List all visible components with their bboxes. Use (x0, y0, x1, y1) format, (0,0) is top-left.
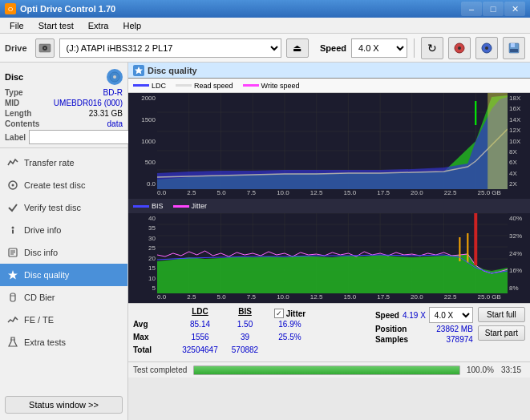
svg-rect-8 (511, 43, 515, 47)
x-25: 25.0 GB (478, 189, 501, 199)
y-top-2000: 2000 (141, 95, 156, 102)
status-label: Test completed (133, 365, 187, 374)
svg-point-13 (12, 184, 14, 187)
top-x-axis: 0.0 2.5 5.0 7.5 10.0 12.5 15.0 17.5 20.0… (128, 189, 530, 199)
panel-title: Disc quality (148, 66, 197, 75)
bis-max: 39 (241, 333, 249, 345)
row-labels-col: Avg Max Total (133, 307, 173, 358)
by-5: 5 (152, 285, 156, 292)
mid-value: UMEBDR016 (000) (54, 99, 123, 107)
start-full-button[interactable]: Start full (478, 307, 525, 322)
progress-track (193, 365, 460, 375)
y-right-2x: 2X (509, 180, 517, 188)
speed-select[interactable]: 4.0 X (429, 307, 473, 323)
panel-icon (133, 65, 144, 76)
start-part-button[interactable]: Start part (478, 325, 525, 341)
create-test-disc-icon (6, 179, 19, 192)
minimize-button[interactable]: – (461, 2, 482, 16)
jitter-checkbox[interactable]: ✓ (274, 309, 284, 318)
disc-label-input[interactable] (29, 130, 136, 144)
y-right-10x: 10X (509, 138, 520, 145)
x-0: 0.0 (157, 189, 166, 199)
x-2-5: 2.5 (187, 189, 196, 199)
sidebar-item-extra-tests[interactable]: Extra tests (0, 331, 127, 353)
jitter-col: ✓ Jitter 16.9% 25.5% (268, 307, 312, 358)
x-12-5: 12.5 (310, 189, 323, 199)
sidebar-item-verify-test-disc[interactable]: Verify test disc (0, 196, 127, 219)
read-legend-color (176, 84, 192, 87)
drive-info-label: Drive info (24, 225, 61, 235)
transfer-rate-label: Transfer rate (24, 158, 75, 168)
y-top-0: 0.0 (147, 180, 156, 188)
bottom-chart: 40 35 30 25 20 15 10 5 (128, 213, 530, 293)
length-value: 23.31 GB (89, 109, 123, 118)
extra-tests-icon (6, 336, 19, 349)
x-15: 15.0 (344, 189, 357, 199)
y-top-1500: 1500 (141, 116, 156, 123)
x-20: 20.0 (411, 189, 423, 199)
bis-col: BIS 1.50 39 570882 (227, 307, 263, 358)
x-22-5: 22.5 (444, 189, 457, 199)
write-speed-legend: Write speed (243, 82, 300, 90)
sidebar-item-create-test-disc[interactable]: Create test disc (0, 174, 127, 196)
read-speed-legend: Read speed (176, 82, 233, 90)
menu-file[interactable]: File (3, 19, 30, 32)
read-legend-label: Read speed (194, 82, 233, 90)
status-window-button[interactable]: Status window >> (5, 396, 123, 414)
by-30: 30 (148, 235, 156, 242)
sidebar-item-disc-info[interactable]: Disc info (0, 241, 127, 264)
write-legend-label: Write speed (261, 82, 300, 90)
drive-icon (35, 38, 55, 58)
by-right-16: 16% (509, 267, 522, 274)
x-5: 5.0 (217, 189, 226, 199)
close-button[interactable]: ✕ (504, 2, 525, 16)
svg-rect-9 (510, 49, 518, 52)
sidebar-item-transfer-rate[interactable]: Transfer rate (0, 151, 127, 174)
title-bar: O Opti Drive Control 1.70 – □ ✕ (0, 0, 530, 18)
eject-button[interactable]: ⏏ (286, 38, 309, 58)
speed-dropdown[interactable]: 4.0 X (351, 38, 407, 58)
samples-stat-label: Samples (375, 335, 408, 344)
type-label: Type (5, 88, 23, 97)
disc-write-button[interactable] (475, 37, 498, 59)
progress-bar-container: Test completed 100.0% 33:15 (128, 361, 530, 378)
save-button[interactable] (503, 37, 525, 59)
refresh-button[interactable]: ↻ (421, 37, 443, 59)
sidebar-item-disc-quality[interactable]: Disc quality (0, 264, 127, 286)
by-right-24: 24% (509, 250, 522, 257)
verify-test-disc-icon (6, 201, 19, 214)
ldc-legend: LDC (133, 82, 166, 90)
toolbar: Drive (J:) ATAPI iHBS312 2 PL17 ⏏ Speed … (0, 34, 530, 63)
maximize-button[interactable]: □ (483, 2, 504, 16)
sidebar-item-fe-te[interactable]: FE / TE (0, 309, 127, 331)
menu-start-test[interactable]: Start test (32, 19, 80, 32)
menu-extra[interactable]: Extra (82, 19, 115, 32)
y-right-14x: 14X (509, 116, 520, 123)
samples-stat-value: 378974 (446, 335, 472, 344)
disc-icon (107, 69, 123, 85)
by-35: 35 (148, 224, 156, 232)
create-test-disc-label: Create test disc (24, 180, 85, 190)
disc-section: Disc Type BD-R MID UMEBDR016 (000) Lengt… (0, 66, 127, 148)
sidebar-item-drive-info[interactable]: Drive info (0, 219, 127, 241)
drive-dropdown[interactable]: (J:) ATAPI iHBS312 2 PL17 (59, 38, 281, 58)
speed-label: Speed (320, 43, 346, 53)
main-content: Disc Type BD-R MID UMEBDR016 (000) Lengt… (0, 63, 530, 420)
menu-help[interactable]: Help (116, 19, 148, 32)
x-10: 10.0 (277, 189, 289, 199)
disc-erase-button[interactable] (448, 37, 471, 59)
bottom-chart-legend: BIS Jitter (128, 199, 530, 213)
top-chart-svg (157, 93, 508, 189)
separator (414, 38, 415, 58)
right-content: Disc quality LDC Read speed Write speed … (128, 63, 530, 420)
top-chart-legend: LDC Read speed Write speed (128, 79, 530, 93)
transfer-rate-icon (6, 156, 19, 169)
by-20: 20 (148, 255, 156, 262)
verify-test-disc-label: Verify test disc (24, 203, 81, 212)
ldc-col-header: LDC (192, 307, 208, 320)
bis-total: 570882 (232, 345, 258, 358)
sidebar-item-cd-bier[interactable]: CD Bier (0, 286, 127, 309)
ldc-legend-color (133, 84, 149, 87)
contents-label: Contents (5, 119, 39, 128)
svg-marker-44 (488, 93, 508, 189)
